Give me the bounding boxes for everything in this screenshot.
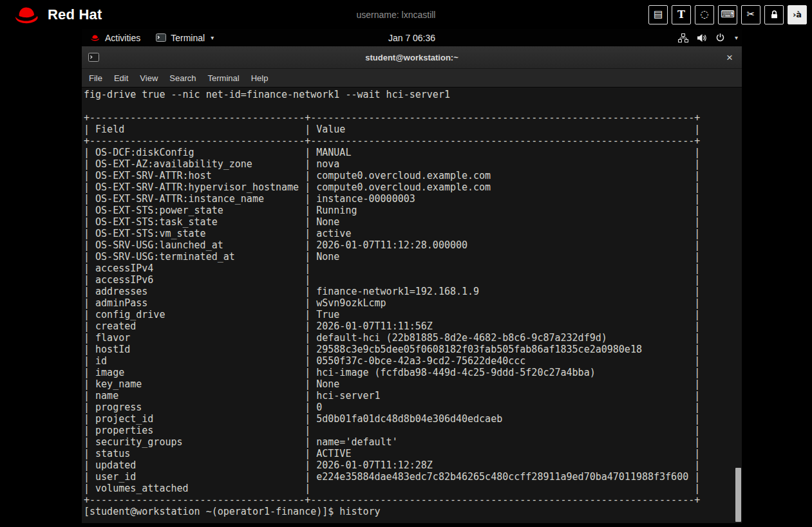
menu-terminal[interactable]: Terminal — [202, 69, 245, 87]
volume-button[interactable] — [697, 33, 707, 42]
keymap-icon: ›à — [793, 10, 802, 19]
redhat-fedora-icon — [12, 5, 41, 24]
power-button[interactable] — [715, 33, 725, 42]
menu-view[interactable]: View — [134, 69, 164, 87]
clock[interactable]: Jan 7 06:36 — [388, 29, 435, 46]
text-tool-button[interactable]: T — [672, 5, 691, 24]
terminal-window-icon — [88, 53, 99, 62]
redhat-logo: Red Hat — [12, 5, 144, 24]
app-menu-label: Terminal — [171, 33, 205, 43]
refresh-button[interactable]: ◌ — [695, 5, 714, 24]
close-button[interactable]: × — [722, 46, 737, 69]
menu-help[interactable]: Help — [245, 69, 274, 87]
scrollbar-thumb[interactable] — [735, 468, 741, 522]
keyboard-button[interactable]: ⌨ — [718, 5, 737, 24]
power-icon — [715, 33, 725, 42]
terminal-window: student@workstation:~ × File Edit View S… — [82, 46, 742, 523]
scissors-icon: ✂ — [747, 10, 755, 19]
system-menu-button[interactable]: ▾ — [733, 35, 738, 41]
console-actions: ▤ T ◌ ⌨ ✂ ›à — [648, 5, 807, 24]
terminal-screen[interactable]: fig-drive true --nic net-id=finance-netw… — [82, 88, 742, 523]
menu-edit[interactable]: Edit — [108, 69, 134, 87]
titlebar[interactable]: student@workstation:~ × — [82, 46, 742, 69]
gnome-bar-right: ▾ — [678, 29, 738, 46]
clipboard-button[interactable]: ▤ — [648, 5, 668, 24]
activities-label: Activities — [105, 33, 140, 43]
menu-file[interactable]: File — [83, 69, 108, 87]
lock-icon — [770, 10, 779, 19]
console-top-bar: Red Hat username: lxncastill ▤ T ◌ ⌨ ✂ ›… — [0, 0, 812, 29]
terminal-app-icon — [156, 33, 166, 42]
redhat-wordmark: Red Hat — [48, 6, 102, 23]
username-label: username: lxncastill — [144, 10, 648, 20]
menubar: File Edit View Search Terminal Help — [82, 69, 742, 88]
chevron-down-icon: ▾ — [211, 35, 214, 41]
clipboard-icon: ▤ — [654, 10, 663, 19]
lock-button[interactable] — [764, 5, 784, 24]
window-title: student@workstation:~ — [365, 53, 458, 62]
network-topology-button[interactable] — [678, 33, 688, 42]
activities-button[interactable]: Activities — [90, 33, 140, 43]
terminal-output: fig-drive true --nic net-id=finance-netw… — [82, 88, 742, 517]
gnome-top-bar: Activities Terminal ▾ Jan 7 06:36 ▾ — [82, 29, 742, 46]
chevron-down-icon: ▾ — [735, 35, 738, 41]
keymap-button[interactable]: ›à — [788, 5, 807, 24]
keyboard-icon: ⌨ — [721, 10, 735, 19]
text-tool-icon: T — [677, 10, 685, 20]
terminal-app-menu[interactable]: Terminal ▾ — [156, 33, 214, 43]
cut-button[interactable]: ✂ — [741, 5, 760, 24]
network-topology-icon — [678, 33, 688, 42]
redhat-icon — [90, 34, 100, 41]
menu-search[interactable]: Search — [164, 69, 202, 87]
console-screen: Red Hat username: lxncastill ▤ T ◌ ⌨ ✂ ›… — [0, 0, 812, 527]
refresh-icon: ◌ — [700, 10, 708, 19]
volume-icon — [697, 33, 707, 42]
